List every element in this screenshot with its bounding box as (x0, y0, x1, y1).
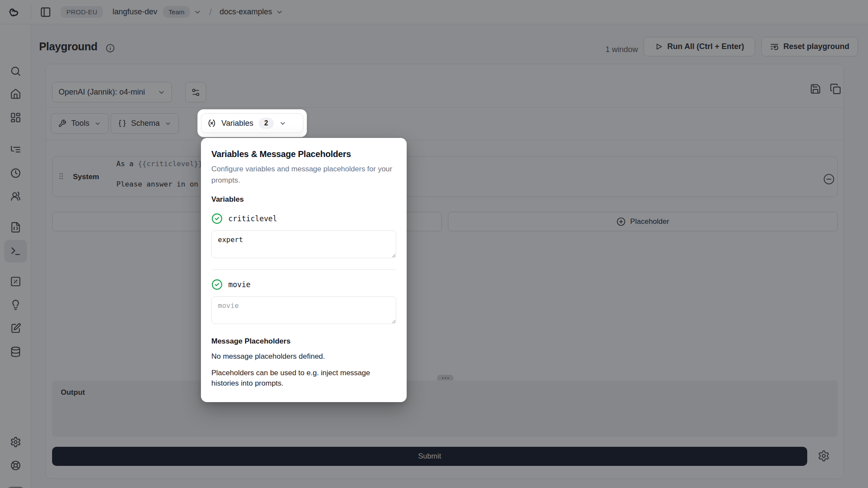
placeholders-empty-text: No message placeholders defined. (211, 351, 396, 362)
variable-group: movie (211, 279, 396, 326)
variable-group: criticlevel expert (211, 213, 396, 260)
variable-icon (207, 119, 216, 128)
placeholders-section-heading: Message Placeholders (211, 337, 396, 346)
variables-dropdown-button[interactable]: Variables 2 (201, 113, 303, 133)
popover-title: Variables & Message Placeholders (211, 149, 396, 159)
variables-popover: Variables & Message Placeholders Configu… (201, 138, 407, 402)
variable-name: movie (228, 280, 250, 289)
variable-value-input[interactable] (211, 296, 396, 324)
popover-dim-overlay[interactable] (0, 0, 868, 488)
variable-value-input[interactable]: expert (211, 230, 396, 258)
variables-trigger-wrapper: Variables 2 (197, 109, 307, 137)
variables-section-heading: Variables (211, 195, 396, 204)
popover-description: Configure variables and message placehol… (211, 164, 396, 186)
popover-divider (211, 269, 396, 270)
variables-label: Variables (221, 119, 253, 128)
chevron-down-icon (279, 120, 286, 127)
check-circle-icon (211, 213, 223, 224)
playground-screen: PROD-EU langfuse-dev Team / docs-example… (0, 0, 868, 488)
variable-name: criticlevel (228, 214, 277, 223)
placeholders-hint-text: Placeholders can be used to e.g. inject … (211, 368, 396, 389)
variables-count-badge: 2 (259, 118, 274, 129)
check-circle-icon (211, 279, 223, 290)
